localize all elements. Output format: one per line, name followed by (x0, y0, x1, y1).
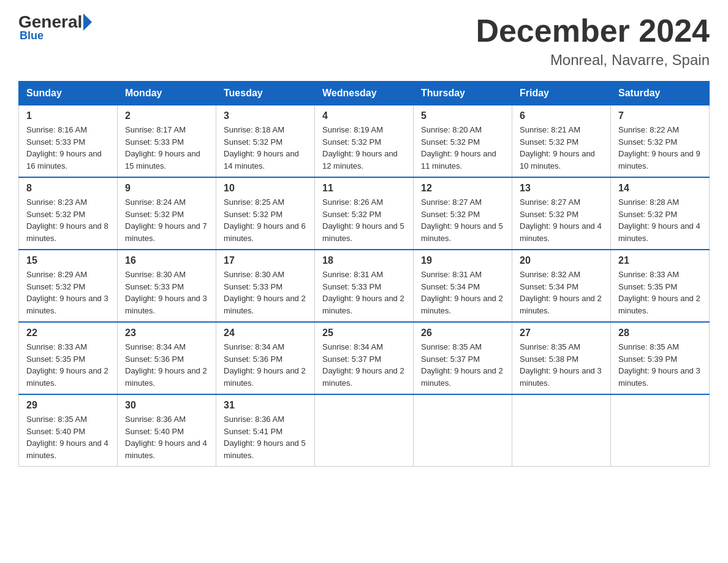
day-info: Sunrise: 8:36 AMSunset: 5:40 PMDaylight:… (125, 413, 208, 461)
calendar-cell: 25Sunrise: 8:34 AMSunset: 5:37 PMDayligh… (315, 322, 414, 394)
day-number: 17 (224, 255, 307, 266)
calendar-cell: 15Sunrise: 8:29 AMSunset: 5:32 PMDayligh… (19, 250, 118, 322)
day-number: 29 (26, 400, 110, 411)
day-number: 20 (520, 255, 603, 266)
column-header-friday: Friday (512, 82, 611, 105)
column-header-thursday: Thursday (414, 82, 512, 105)
calendar-cell: 16Sunrise: 8:30 AMSunset: 5:33 PMDayligh… (118, 250, 216, 322)
calendar-week-row: 8Sunrise: 8:23 AMSunset: 5:32 PMDaylight… (19, 177, 710, 250)
day-number: 8 (26, 183, 110, 194)
day-info: Sunrise: 8:34 AMSunset: 5:36 PMDaylight:… (224, 341, 307, 389)
logo: General Blue (18, 12, 93, 42)
day-number: 22 (26, 327, 110, 339)
day-number: 4 (322, 110, 406, 121)
calendar-cell: 17Sunrise: 8:30 AMSunset: 5:33 PMDayligh… (216, 250, 315, 322)
day-number: 19 (421, 255, 504, 266)
day-number: 5 (421, 110, 504, 121)
day-number: 13 (520, 183, 603, 194)
calendar-cell: 7Sunrise: 8:22 AMSunset: 5:32 PMDaylight… (611, 105, 710, 178)
day-info: Sunrise: 8:35 AMSunset: 5:40 PMDaylight:… (26, 413, 110, 461)
calendar-cell (611, 394, 710, 467)
location-subtitle: Monreal, Navarre, Spain (476, 52, 710, 69)
day-info: Sunrise: 8:34 AMSunset: 5:37 PMDaylight:… (322, 341, 406, 389)
column-header-saturday: Saturday (611, 82, 710, 105)
calendar-cell: 23Sunrise: 8:34 AMSunset: 5:36 PMDayligh… (118, 322, 216, 394)
calendar-cell: 10Sunrise: 8:25 AMSunset: 5:32 PMDayligh… (216, 177, 315, 250)
day-number: 25 (322, 327, 406, 339)
day-number: 11 (322, 183, 406, 194)
column-header-sunday: Sunday (19, 82, 118, 105)
main-title: December 2024 (476, 12, 710, 49)
day-info: Sunrise: 8:21 AMSunset: 5:32 PMDaylight:… (520, 124, 603, 172)
column-header-tuesday: Tuesday (216, 82, 315, 105)
calendar-cell: 18Sunrise: 8:31 AMSunset: 5:33 PMDayligh… (315, 250, 414, 322)
calendar-cell: 5Sunrise: 8:20 AMSunset: 5:32 PMDaylight… (414, 105, 512, 178)
day-info: Sunrise: 8:32 AMSunset: 5:34 PMDaylight:… (520, 269, 603, 316)
calendar-cell: 19Sunrise: 8:31 AMSunset: 5:34 PMDayligh… (414, 250, 512, 322)
day-info: Sunrise: 8:17 AMSunset: 5:33 PMDaylight:… (125, 124, 208, 172)
day-number: 2 (125, 110, 208, 121)
day-number: 23 (125, 327, 208, 339)
calendar-cell: 22Sunrise: 8:33 AMSunset: 5:35 PMDayligh… (19, 322, 118, 394)
day-info: Sunrise: 8:22 AMSunset: 5:32 PMDaylight:… (618, 124, 702, 172)
calendar-cell: 26Sunrise: 8:35 AMSunset: 5:37 PMDayligh… (414, 322, 512, 394)
day-number: 14 (618, 183, 702, 194)
calendar-cell (512, 394, 611, 467)
calendar-cell: 13Sunrise: 8:27 AMSunset: 5:32 PMDayligh… (512, 177, 611, 250)
calendar-cell: 31Sunrise: 8:36 AMSunset: 5:41 PMDayligh… (216, 394, 315, 467)
day-number: 3 (224, 110, 307, 121)
calendar-cell: 20Sunrise: 8:32 AMSunset: 5:34 PMDayligh… (512, 250, 611, 322)
day-number: 16 (125, 255, 208, 266)
calendar-cell (315, 394, 414, 467)
day-info: Sunrise: 8:35 AMSunset: 5:37 PMDaylight:… (421, 341, 504, 389)
calendar-cell: 14Sunrise: 8:28 AMSunset: 5:32 PMDayligh… (611, 177, 710, 250)
calendar-header-row: SundayMondayTuesdayWednesdayThursdayFrid… (19, 82, 710, 105)
day-info: Sunrise: 8:26 AMSunset: 5:32 PMDaylight:… (322, 196, 406, 244)
day-number: 18 (322, 255, 406, 266)
day-number: 10 (224, 183, 307, 194)
day-number: 30 (125, 400, 208, 411)
logo-triangle-icon (83, 13, 92, 31)
calendar-week-row: 15Sunrise: 8:29 AMSunset: 5:32 PMDayligh… (19, 250, 710, 322)
calendar-cell (414, 394, 512, 467)
day-number: 26 (421, 327, 504, 339)
day-number: 24 (224, 327, 307, 339)
calendar-cell: 4Sunrise: 8:19 AMSunset: 5:32 PMDaylight… (315, 105, 414, 178)
day-info: Sunrise: 8:35 AMSunset: 5:38 PMDaylight:… (520, 341, 603, 389)
calendar-cell: 27Sunrise: 8:35 AMSunset: 5:38 PMDayligh… (512, 322, 611, 394)
calendar-week-row: 29Sunrise: 8:35 AMSunset: 5:40 PMDayligh… (19, 394, 710, 467)
column-header-monday: Monday (118, 82, 216, 105)
day-number: 7 (618, 110, 702, 121)
day-info: Sunrise: 8:24 AMSunset: 5:32 PMDaylight:… (125, 196, 208, 244)
logo-blue-text: Blue (18, 29, 44, 42)
day-info: Sunrise: 8:23 AMSunset: 5:32 PMDaylight:… (26, 196, 110, 244)
day-info: Sunrise: 8:31 AMSunset: 5:33 PMDaylight:… (322, 269, 406, 316)
calendar-cell: 1Sunrise: 8:16 AMSunset: 5:33 PMDaylight… (19, 105, 118, 178)
column-header-wednesday: Wednesday (315, 82, 414, 105)
calendar-cell: 11Sunrise: 8:26 AMSunset: 5:32 PMDayligh… (315, 177, 414, 250)
day-number: 6 (520, 110, 603, 121)
calendar-cell: 30Sunrise: 8:36 AMSunset: 5:40 PMDayligh… (118, 394, 216, 467)
day-info: Sunrise: 8:27 AMSunset: 5:32 PMDaylight:… (421, 196, 504, 244)
day-number: 9 (125, 183, 208, 194)
calendar-cell: 9Sunrise: 8:24 AMSunset: 5:32 PMDaylight… (118, 177, 216, 250)
calendar-week-row: 1Sunrise: 8:16 AMSunset: 5:33 PMDaylight… (19, 105, 710, 178)
calendar-cell: 28Sunrise: 8:35 AMSunset: 5:39 PMDayligh… (611, 322, 710, 394)
day-info: Sunrise: 8:29 AMSunset: 5:32 PMDaylight:… (26, 269, 110, 316)
calendar-week-row: 22Sunrise: 8:33 AMSunset: 5:35 PMDayligh… (19, 322, 710, 394)
day-number: 1 (26, 110, 110, 121)
day-info: Sunrise: 8:33 AMSunset: 5:35 PMDaylight:… (618, 269, 702, 316)
title-section: December 2024 Monreal, Navarre, Spain (476, 12, 710, 69)
calendar-cell: 21Sunrise: 8:33 AMSunset: 5:35 PMDayligh… (611, 250, 710, 322)
day-number: 31 (224, 400, 307, 411)
calendar-cell: 29Sunrise: 8:35 AMSunset: 5:40 PMDayligh… (19, 394, 118, 467)
page-header: General Blue December 2024 Monreal, Nava… (18, 12, 710, 69)
day-number: 12 (421, 183, 504, 194)
day-info: Sunrise: 8:34 AMSunset: 5:36 PMDaylight:… (125, 341, 208, 389)
calendar-cell: 2Sunrise: 8:17 AMSunset: 5:33 PMDaylight… (118, 105, 216, 178)
day-info: Sunrise: 8:30 AMSunset: 5:33 PMDaylight:… (224, 269, 307, 316)
calendar-table: SundayMondayTuesdayWednesdayThursdayFrid… (18, 81, 710, 467)
day-info: Sunrise: 8:20 AMSunset: 5:32 PMDaylight:… (421, 124, 504, 172)
day-info: Sunrise: 8:36 AMSunset: 5:41 PMDaylight:… (224, 413, 307, 461)
day-number: 28 (618, 327, 702, 339)
